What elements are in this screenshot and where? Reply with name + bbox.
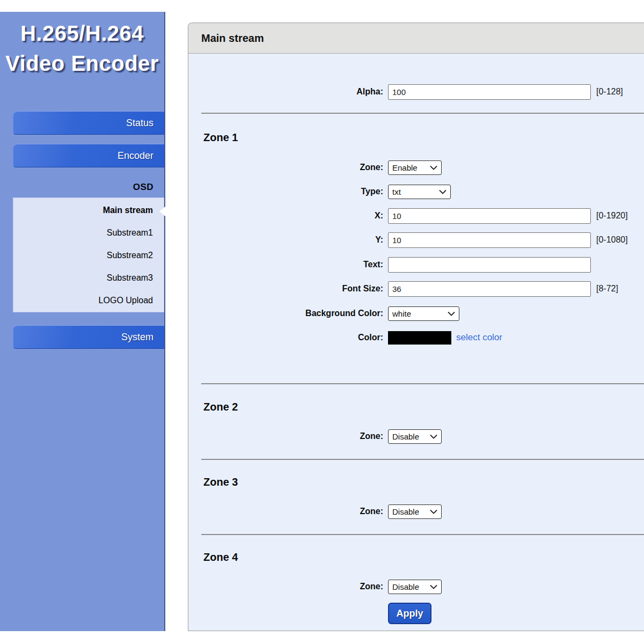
zone4-zone-row: Zone: Disable [188, 579, 644, 595]
chevron-down-icon [430, 584, 437, 589]
chevron-down-icon [430, 165, 437, 170]
zone1-x-row: X: [0-1920] [188, 208, 644, 224]
alpha-row: Alpha: [0-128] [188, 84, 644, 100]
x-label: X: [188, 211, 383, 221]
alpha-label: Alpha: [188, 87, 383, 97]
select-color-link[interactable]: select color [456, 332, 502, 343]
chevron-down-icon [430, 509, 437, 514]
divider [201, 534, 644, 535]
zone2-zone-row: Zone: Disable [188, 428, 644, 444]
apply-button[interactable]: Apply [388, 603, 431, 624]
chevron-down-icon [439, 189, 447, 194]
divider [201, 383, 644, 384]
sidebar-item-substream1[interactable]: Substream1 [13, 222, 164, 244]
zone1-type-row: Type: txt [188, 184, 644, 200]
sidebar-item-substream2[interactable]: Substream2 [13, 244, 164, 267]
alpha-range-hint: [0-128] [596, 87, 623, 97]
sidebar-item-label: Status [126, 118, 153, 129]
zone1-heading: Zone 1 [203, 130, 238, 144]
zone1-text-input[interactable] [388, 257, 591, 273]
app-logo: H.265/H.264 Video Encoder [0, 12, 164, 78]
sidebar-item-substream3[interactable]: Substream3 [13, 267, 164, 289]
sidebar: H.265/H.264 Video Encoder Status Encoder… [0, 12, 165, 631]
font-size-range-hint: [8-72] [596, 284, 618, 294]
divider [201, 113, 644, 114]
sidebar-item-status[interactable]: Status [13, 111, 164, 135]
chevron-down-icon [430, 434, 437, 439]
sidebar-item-logo-upload[interactable]: LOGO Upload [13, 289, 164, 312]
x-range-hint: [0-1920] [596, 211, 628, 221]
divider [201, 459, 644, 460]
zone4-heading: Zone 4 [203, 550, 238, 564]
font-size-label: Font Size: [188, 284, 383, 294]
zone1-y-input[interactable] [388, 232, 591, 248]
main-panel: Main stream Alpha: [0-128] Zone 1 Zone: … [188, 23, 644, 631]
zone1-y-row: Y: [0-1080] [188, 232, 644, 248]
main-content: Alpha: [0-128] Zone 1 Zone: Enable [188, 54, 644, 631]
zone2-zone-select[interactable]: Disable [388, 429, 442, 444]
color-swatch[interactable] [388, 331, 451, 345]
chevron-down-icon [448, 311, 455, 316]
zone1-color-row: Color: select color [188, 330, 644, 346]
zone1-fontsize-row: Font Size: [8-72] [188, 281, 644, 297]
zone1-x-input[interactable] [388, 208, 591, 224]
sidebar-item-encoder[interactable]: Encoder [13, 144, 164, 167]
active-item-arrow-icon [159, 207, 165, 216]
zone1-bgcolor-select[interactable]: white [388, 306, 459, 321]
zone3-zone-row: Zone: Disable [188, 503, 644, 519]
logo-line-1: H.265/H.264 [0, 18, 164, 48]
zone1-fontsize-input[interactable] [388, 281, 591, 297]
sidebar-item-label: System [121, 332, 153, 343]
zone1-bgcolor-row: Background Color: white [188, 305, 644, 321]
zone3-heading: Zone 3 [203, 475, 238, 489]
text-label: Text: [188, 260, 383, 269]
zone3-zone-select[interactable]: Disable [388, 504, 442, 519]
page: H.265/H.264 Video Encoder Status Encoder… [0, 0, 644, 644]
zone1-zone-select[interactable]: Enable [388, 160, 442, 175]
zone-label: Zone: [188, 507, 383, 516]
background-color-label: Background Color: [188, 309, 383, 318]
type-label: Type: [188, 187, 383, 196]
zone-label: Zone: [188, 582, 383, 591]
sidebar-section-osd: OSD [0, 180, 153, 195]
zone1-text-row: Text: [188, 257, 644, 273]
sidebar-item-main-stream[interactable]: Main stream [13, 199, 164, 222]
zone-label: Zone: [188, 163, 383, 172]
y-label: Y: [188, 235, 383, 245]
color-label: Color: [188, 333, 383, 342]
zone1-type-select[interactable]: txt [388, 185, 451, 199]
alpha-input[interactable] [388, 84, 591, 100]
logo-line-2: Video Encoder [0, 48, 164, 78]
zone1-zone-row: Zone: Enable [188, 159, 644, 175]
sidebar-item-label: Encoder [118, 150, 153, 162]
osd-submenu: Main stream Substream1 Substream2 Substr… [13, 197, 164, 312]
sidebar-item-system[interactable]: System [13, 325, 164, 349]
zone-label: Zone: [188, 431, 383, 441]
y-range-hint: [0-1080] [596, 235, 628, 245]
zone4-zone-select[interactable]: Disable [388, 580, 442, 594]
page-title: Main stream [188, 23, 644, 54]
zone2-heading: Zone 2 [203, 400, 238, 414]
